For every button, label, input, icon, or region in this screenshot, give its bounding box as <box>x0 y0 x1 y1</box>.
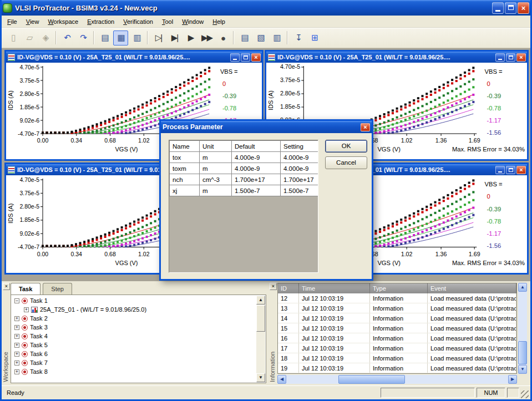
scrollbar-thumb[interactable] <box>518 341 527 364</box>
event-log-table: IDTimeTypeEvent 12Jul 12 10:03:19Informa… <box>277 283 517 374</box>
close-button[interactable]: × <box>516 53 526 62</box>
param-setting-cell[interactable]: 1.500e-7 <box>281 185 318 196</box>
tree-item-task-6[interactable]: +Task 6 <box>12 349 256 358</box>
minimize-button[interactable] <box>495 166 505 174</box>
close-button[interactable]: × <box>251 53 261 62</box>
workspace-tabs: Task Step <box>11 283 266 295</box>
expand-icon[interactable]: + <box>14 334 19 339</box>
param-setting-cell[interactable]: 4.000e-9 <box>281 163 318 174</box>
param-row[interactable]: xjm1.500e-71.500e-7 <box>170 185 318 196</box>
menu-file[interactable]: File <box>3 17 22 27</box>
expand-icon[interactable]: + <box>14 325 19 330</box>
menu-window[interactable]: Window <box>178 17 208 27</box>
report-view-icon[interactable]: ▤ <box>97 31 112 45</box>
log-column-event[interactable]: Event <box>428 283 516 293</box>
ok-button[interactable]: OK <box>325 140 367 153</box>
maximize-button[interactable] <box>506 53 515 62</box>
minimize-button[interactable] <box>492 2 504 14</box>
run-all-icon[interactable]: ▶▶ <box>199 31 214 45</box>
model-report-icon[interactable]: ▥ <box>269 31 284 45</box>
scroll-up-icon[interactable]: ▲ <box>518 283 527 292</box>
expand-icon[interactable]: + <box>24 307 29 312</box>
resize-grip[interactable] <box>521 390 529 398</box>
param-setting-cell[interactable]: 4.000e-9 <box>281 152 318 163</box>
dialog-close-button[interactable]: × <box>361 123 370 131</box>
minimize-button[interactable] <box>495 53 505 62</box>
log-row[interactable]: 17Jul 12 10:03:19InformationLoad measure… <box>278 343 516 353</box>
tree-item-task-7[interactable]: +Task 7 <box>12 358 256 367</box>
menu-extraction[interactable]: Extraction <box>83 17 119 27</box>
collapse-icon[interactable]: − <box>14 298 19 303</box>
maximize-button[interactable] <box>505 2 516 14</box>
scroll-right-icon[interactable]: ▶ <box>508 375 517 384</box>
minimize-button[interactable] <box>230 53 240 62</box>
information-close-button[interactable]: × <box>270 283 277 290</box>
log-row[interactable]: 14Jul 12 10:03:19InformationLoad measure… <box>278 313 516 323</box>
scroll-down-icon[interactable]: ▼ <box>256 373 265 382</box>
workspace-close-button[interactable]: × <box>3 283 10 290</box>
step-icon[interactable]: ▶| <box>167 31 182 45</box>
scrollbar-thumb[interactable] <box>256 305 265 332</box>
tree-scrollbar[interactable]: ▲ ▼ <box>256 296 265 382</box>
close-button[interactable]: × <box>518 2 529 14</box>
dialog-title-bar[interactable]: Process Parameter × <box>161 121 372 133</box>
run-icon[interactable]: ▶ <box>183 31 198 45</box>
close-button[interactable]: × <box>516 166 526 174</box>
tile-windows-icon[interactable]: ⊞ <box>307 31 322 45</box>
plot-view-icon[interactable]: ▦ <box>113 31 128 45</box>
cancel-button[interactable]: Cancel <box>325 156 367 169</box>
tree-item-task-3[interactable]: +Task 3 <box>12 323 256 332</box>
log-hscrollbar[interactable]: ◀ ▶ <box>277 375 517 384</box>
scroll-left-icon[interactable]: ◀ <box>277 375 286 384</box>
global-report-icon[interactable]: ▧ <box>253 31 268 45</box>
task-icon <box>22 298 28 304</box>
scroll-up-icon[interactable]: ▲ <box>256 296 265 304</box>
export-model-icon[interactable]: ↧ <box>291 31 306 45</box>
scrollbar-thumb[interactable] <box>338 375 405 384</box>
menu-view[interactable]: View <box>22 17 44 27</box>
chart-window-title-bar[interactable]: ID-VG@VDS = 0.10 (V) - 25A_T25_01 (W/L/T… <box>266 52 527 63</box>
menu-help[interactable]: Help <box>208 17 230 27</box>
tab-task[interactable]: Task <box>11 283 40 295</box>
menu-workspace[interactable]: Workspace <box>43 17 83 27</box>
expand-icon[interactable]: + <box>14 343 19 348</box>
log-column-time[interactable]: Time <box>299 283 370 293</box>
tab-step[interactable]: Step <box>43 283 72 295</box>
tree-item-task-8[interactable]: +Task 8 <box>12 367 256 376</box>
log-column-type[interactable]: Type <box>370 283 428 293</box>
menu-tool[interactable]: Tool <box>158 17 178 27</box>
log-vscrollbar[interactable]: ▲ ▼ <box>518 283 527 374</box>
log-row[interactable]: 18Jul 12 10:03:19InformationLoad measure… <box>278 353 516 363</box>
log-row[interactable]: 15Jul 12 10:03:19InformationLoad measure… <box>278 323 516 333</box>
run-to-icon[interactable]: ▷| <box>151 31 166 45</box>
tree-item-task-1[interactable]: −Task 1 <box>12 296 256 305</box>
title-bar[interactable]: VLSI ProTractor - BSIM3 v3.24 - New.vecp… <box>0 0 532 16</box>
tree-item-task-4[interactable]: +Task 4 <box>12 332 256 341</box>
expand-icon[interactable]: + <box>14 369 19 374</box>
menu-verification[interactable]: Verification <box>119 17 158 27</box>
stop-icon[interactable]: ● <box>215 31 230 45</box>
scroll-down-icon[interactable]: ▼ <box>518 365 527 374</box>
expand-icon[interactable]: + <box>14 352 19 357</box>
tree-item-task-2[interactable]: +Task 2 <box>12 314 256 323</box>
table-view-icon[interactable]: ▥ <box>129 31 144 45</box>
maximize-button[interactable] <box>241 53 250 62</box>
chart-window-title-bar[interactable]: ID-VG@VDS = 0.10 (V) - 25A_T25_01 (W/L/T… <box>6 52 262 63</box>
expand-icon[interactable]: + <box>14 316 19 321</box>
maximize-button[interactable] <box>506 166 515 174</box>
tree-item-25a-t25-01-w-l-t-9-01-8-96-25-0[interactable]: +25A_T25_01 - (W/L/T = 9.01/8.96/25.0) <box>12 305 256 314</box>
redo-icon[interactable]: ↷ <box>75 31 90 45</box>
undo-icon[interactable]: ↶ <box>59 31 74 45</box>
local-report-icon[interactable]: ▤ <box>237 31 252 45</box>
param-row[interactable]: toxm4.000e-94.000e-9 <box>170 152 318 163</box>
param-row[interactable]: nchcm^-31.700e+171.700e+17 <box>170 174 318 185</box>
log-row[interactable]: 12Jul 12 10:03:19InformationLoad measure… <box>278 293 516 303</box>
log-row[interactable]: 13Jul 12 10:03:19InformationLoad measure… <box>278 303 516 313</box>
expand-icon[interactable]: + <box>14 361 19 366</box>
tree-item-task-5[interactable]: +Task 5 <box>12 341 256 349</box>
log-column-id[interactable]: ID <box>278 283 299 293</box>
log-row[interactable]: 19Jul 12 10:03:19InformationLoad measure… <box>278 363 516 373</box>
log-row[interactable]: 16Jul 12 10:03:19InformationLoad measure… <box>278 333 516 343</box>
param-setting-cell[interactable]: 1.700e+17 <box>281 174 318 185</box>
param-row[interactable]: toxmm4.000e-94.000e-9 <box>170 163 318 174</box>
